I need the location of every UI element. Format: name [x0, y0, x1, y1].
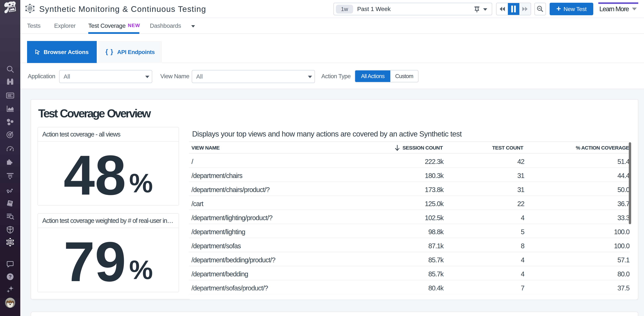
svg-text:?: ?: [8, 274, 12, 279]
